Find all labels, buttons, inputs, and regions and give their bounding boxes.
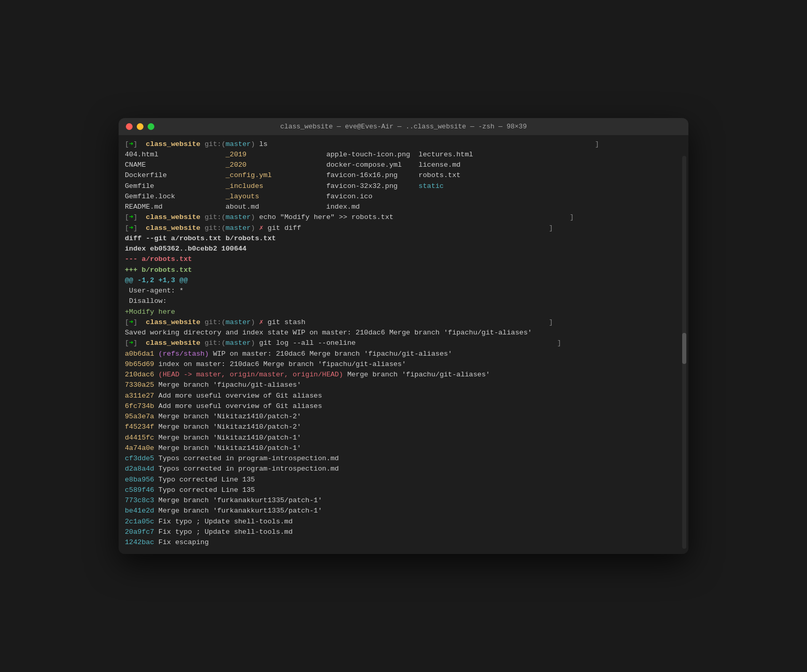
log-line-9: d4415fc Merge branch 'Nikitaz1410/patch-… [125, 433, 682, 443]
log-line-17: 2c1a05c Fix typo ; Update shell-tools.md [125, 517, 682, 527]
log-line-14: c589f46 Typo corrected Line 135 [125, 485, 682, 495]
ls-row-6: README.md about.md index.md [125, 202, 682, 212]
log-line-12: d2a8a4d Typos corrected in program-intro… [125, 464, 682, 474]
stash-output: Saved working directory and index state … [125, 328, 682, 338]
diff-line-4: +++ b/robots.txt [125, 265, 682, 275]
log-line-2: 9b65d69 index on master: 210dac6 Merge b… [125, 359, 682, 370]
log-line-1: a0b6da1 (refs/stash) WIP on master: 210d… [125, 349, 682, 359]
close-button[interactable] [126, 123, 133, 130]
prompt-line-log: [➜] class_website git:(master) git log -… [125, 338, 682, 348]
ls-row-1: 404.html _2019 apple-touch-icon.png lect… [125, 150, 682, 160]
prompt-line-stash: [➜] class_website git:(master) ✗ git sta… [125, 317, 682, 328]
log-line-4: 7330a25 Merge branch 'fipachu/git-aliase… [125, 380, 682, 390]
diff-line-1: diff --git a/robots.txt b/robots.txt [125, 233, 682, 244]
terminal-window: class_website — eve@Eves-Air — ..class_w… [119, 118, 688, 554]
log-line-6: 6fc734b Add more useful overview of Git … [125, 401, 682, 412]
log-line-19: 1242bac Fix escaping [125, 537, 682, 548]
log-line-11: cf3dde5 Typos corrected in program-intro… [125, 454, 682, 464]
ls-row-5: Gemfile.lock _layouts favicon.ico [125, 192, 682, 202]
prompt-line-echo: [➜] class_website git:(master) echo "Mod… [125, 212, 682, 223]
log-line-16: be41e2d Merge branch 'furkanakkurt1335/p… [125, 506, 682, 516]
prompt-line-1: [➜] class_website git:(master) ls ] [125, 139, 682, 150]
log-line-13: e8ba956 Typo corrected Line 135 [125, 475, 682, 485]
minimize-button[interactable] [137, 123, 143, 130]
scrollbar-thumb[interactable] [682, 333, 686, 364]
log-line-10: 4a74a0e Merge branch 'Nikitaz1410/patch-… [125, 443, 682, 454]
scrollbar[interactable] [682, 156, 686, 549]
diff-line-3: --- a/robots.txt [125, 254, 682, 265]
ls-row-2: CNAME _2020 docker-compose.yml license.m… [125, 160, 682, 170]
terminal-body[interactable]: [➜] class_website git:(master) ls ] 404.… [119, 135, 688, 554]
log-line-3: 210dac6 (HEAD -> master, origin/master, … [125, 370, 682, 380]
prompt-line-diff: [➜] class_website git:(master) ✗ git dif… [125, 223, 682, 233]
ls-row-3: Dockerfile _config.yml favicon-16x16.png… [125, 170, 682, 181]
diff-line-6: User-agent: * [125, 286, 682, 296]
diff-line-5: @@ -1,2 +1,3 @@ [125, 275, 682, 286]
titlebar: class_website — eve@Eves-Air — ..class_w… [119, 118, 688, 135]
log-line-8: f45234f Merge branch 'Nikitaz1410/patch-… [125, 422, 682, 432]
log-line-18: 20a9fc7 Fix typo ; Update shell-tools.md [125, 527, 682, 537]
ls-row-4: Gemfile _includes favicon-32x32.png stat… [125, 181, 682, 192]
maximize-button[interactable] [148, 123, 154, 130]
diff-line-2: index eb05362..b0cebb2 100644 [125, 244, 682, 254]
log-line-7: 95a3e7a Merge branch 'Nikitaz1410/patch-… [125, 412, 682, 422]
diff-line-7: Disallow: [125, 296, 682, 306]
window-title: class_website — eve@Eves-Air — ..class_w… [280, 123, 527, 130]
log-line-5: a311e27 Add more useful overview of Git … [125, 391, 682, 401]
diff-line-8: +Modify here [125, 307, 682, 317]
log-line-15: 773c8c3 Merge branch 'furkanakkurt1335/p… [125, 495, 682, 506]
